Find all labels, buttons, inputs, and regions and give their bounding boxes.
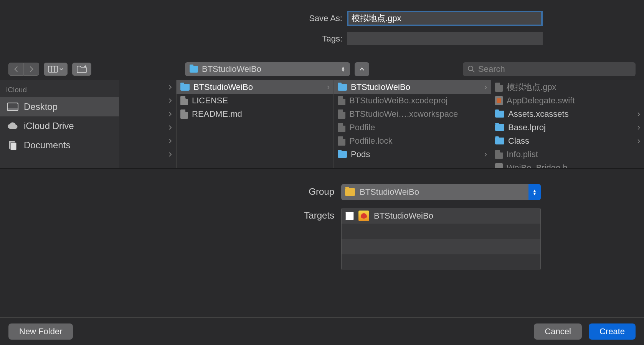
file-label: BTStudioWeiBo.xcodeproj [349,96,447,106]
new-folder-toolbar-button[interactable] [72,63,91,76]
sidebar-item-label: Desktop [24,101,58,112]
chevron-up-icon [359,67,365,71]
sidebar-item-desktop[interactable]: Desktop [0,97,119,116]
targets-list: BTStudioWeiBo [341,208,541,270]
chevron-right-icon: › [637,123,640,133]
chevron-right-icon [29,66,34,73]
chevron-right-icon: › [637,136,640,146]
search-input[interactable] [478,64,631,74]
header-file-icon [495,163,503,169]
save-as-input[interactable] [347,11,543,26]
file-row[interactable]: Pods› [334,148,491,161]
file-row[interactable]: README.md [177,107,334,121]
chevron-left-icon [14,66,18,73]
file-row[interactable]: 模拟地点.gpx [491,80,644,94]
folder-icon [338,151,347,158]
sidebar-section-header: iCloud [0,84,119,97]
targets-label: Targets [103,208,341,221]
save-as-label: Save As: [101,13,347,23]
file-label: Class [508,136,529,146]
folder-icon [345,188,355,196]
sidebar-item-documents[interactable]: Documents [0,136,119,155]
search-box[interactable] [463,62,636,76]
svg-line-6 [472,70,474,72]
documents-icon [7,141,18,150]
swift-file-icon [495,96,503,105]
folder-icon [495,138,504,144]
svg-rect-0 [48,66,58,72]
svg-rect-10 [10,143,17,150]
file-row[interactable]: Assets.xcassets› [491,107,644,121]
file-label: WeiBo_Bridge.h [507,163,568,169]
chevron-right-icon [168,85,172,90]
file-row[interactable]: LICENSE [177,94,334,107]
file-label: Pods [351,149,370,159]
target-checkbox[interactable] [345,212,354,220]
chevron-right-icon [168,138,172,144]
file-row[interactable]: BTStudioWei….xcworkspace [334,107,491,121]
nav-back-button[interactable] [8,63,24,76]
columns-icon [48,66,58,73]
cancel-button[interactable]: Cancel [534,323,581,340]
new-folder-button[interactable]: New Folder [8,323,73,340]
file-label: BTStudioWeiBo [351,82,410,92]
file-row[interactable]: BTStudioWeiBo› [334,80,491,94]
chevron-right-icon: › [484,149,487,159]
view-mode-button[interactable] [44,63,68,76]
path-dropdown[interactable]: BTStudioWeiBo ▲▼ [185,62,350,76]
file-row[interactable]: Podfile.lock [334,134,491,148]
collapse-button[interactable] [355,62,369,76]
chevron-right-icon: › [484,82,487,92]
app-icon [358,211,369,221]
tags-label: Tags: [101,34,347,44]
target-row[interactable]: BTStudioWeiBo [342,208,540,224]
file-row[interactable]: WeiBo_Bridge.h [491,161,644,168]
desktop-icon [7,102,18,111]
file-label: Info.plist [507,149,538,159]
group-value: BTStudioWeiBo [360,187,419,197]
file-label: LICENSE [192,96,228,106]
file-label: Podfile [349,123,375,133]
group-dropdown[interactable]: BTStudioWeiBo ▲▼ [341,184,541,200]
file-row[interactable]: Podfile [334,121,491,134]
folder-icon [190,66,198,73]
file-label: Assets.xcassets [508,109,569,119]
target-row-empty [342,224,540,239]
create-button[interactable]: Create [589,323,636,340]
document-icon [338,96,345,105]
sidebar-item-label: iCloud Drive [24,121,74,131]
group-label: Group [103,184,341,197]
nav-forward-button[interactable] [24,63,39,76]
target-label: BTStudioWeiBo [374,211,433,221]
document-icon [338,109,345,119]
chevron-down-icon [59,68,63,71]
chevron-right-icon [168,98,172,103]
svg-point-5 [468,66,473,71]
file-row[interactable]: BTStudioWeiBo› [177,80,334,94]
cloud-icon [7,121,18,131]
chevron-right-icon [168,152,172,157]
document-icon [495,150,503,159]
chevron-right-icon: › [327,82,330,92]
target-row-empty [342,254,540,270]
file-row[interactable]: Base.lproj› [491,121,644,134]
document-icon [180,96,188,105]
tags-input[interactable] [347,32,543,45]
path-current-label: BTStudioWeiBo [202,64,261,74]
file-label: README.md [192,109,242,119]
svg-rect-8 [7,108,18,111]
folder-icon [338,84,347,91]
target-row-empty [342,239,540,254]
sidebar-item-icloud-drive[interactable]: iCloud Drive [0,116,119,136]
chevron-right-icon [168,111,172,117]
file-row[interactable]: AppDelegate.swift [491,94,644,107]
document-icon [180,109,188,119]
file-label: BTStudioWei….xcworkspace [349,109,458,119]
file-row[interactable]: Class› [491,134,644,148]
file-row[interactable]: Info.plist [491,148,644,161]
file-row[interactable]: BTStudioWeiBo.xcodeproj [334,94,491,107]
file-label: Base.lproj [508,123,546,133]
search-icon [467,65,475,73]
folder-icon [495,111,504,118]
document-icon [338,123,345,132]
